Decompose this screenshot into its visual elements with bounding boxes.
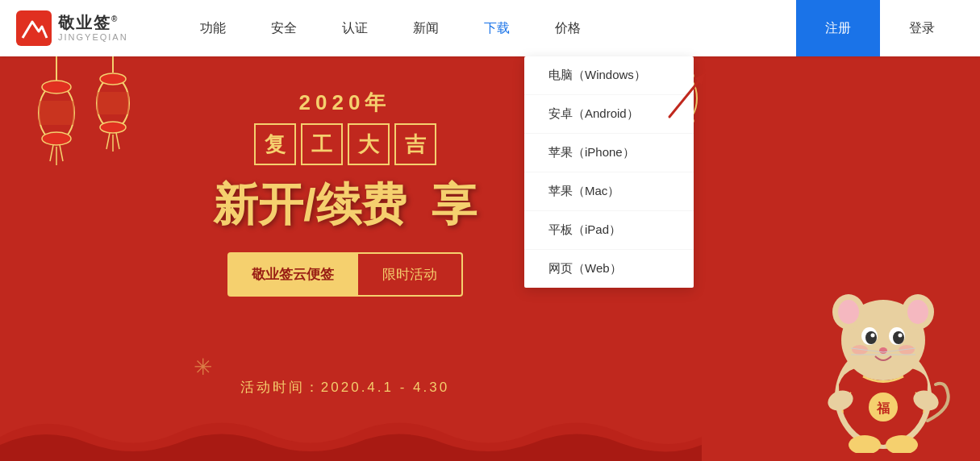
- main-nav: 功能 安全 认证 新闻 下载 价格: [177, 0, 796, 56]
- svg-point-36: [838, 300, 859, 324]
- dropdown-web[interactable]: 网页（Web）: [524, 250, 694, 288]
- header-right: 注册 登录: [796, 0, 964, 56]
- hero-secondary-btn[interactable]: 限时活动: [358, 252, 463, 297]
- nav-news[interactable]: 新闻: [390, 0, 461, 56]
- nav-download[interactable]: 下载: [461, 0, 532, 56]
- logo-icon: [16, 10, 52, 46]
- dropdown-mac[interactable]: 苹果（Mac）: [524, 172, 694, 211]
- svg-point-41: [865, 331, 877, 344]
- char-ji: 吉: [394, 123, 436, 165]
- waves: [0, 397, 702, 461]
- nav-security[interactable]: 安全: [248, 0, 319, 56]
- svg-point-47: [879, 347, 887, 354]
- char-da: 大: [348, 123, 390, 165]
- logo-text: 敬业签® JINGYEQIAN: [58, 13, 128, 43]
- svg-rect-0: [16, 10, 52, 46]
- dropdown-android[interactable]: 安卓（Android）: [524, 95, 694, 134]
- dropdown-windows[interactable]: 电脑（Windows）: [524, 56, 694, 95]
- char-gong: 工: [301, 123, 343, 165]
- svg-point-38: [907, 300, 928, 324]
- star-left: ✳: [194, 354, 212, 380]
- svg-point-14: [100, 73, 126, 85]
- hero-banner: 2020年 复 工 大 吉 新开/续费 享 敬业签云便签 限时活动 活动时间：2…: [0, 56, 980, 461]
- nav-feature[interactable]: 功能: [177, 0, 248, 56]
- download-dropdown: 电脑（Windows） 安卓（Android） 苹果（iPhone） 苹果（Ma…: [524, 56, 694, 288]
- logo-subtitle: JINGYEQIAN: [58, 32, 128, 43]
- dropdown-ipad[interactable]: 平板（iPad）: [524, 211, 694, 250]
- dropdown-iphone[interactable]: 苹果（iPhone）: [524, 134, 694, 172]
- register-button[interactable]: 注册: [796, 0, 880, 56]
- svg-text:福: 福: [876, 401, 890, 415]
- logo-name: 敬业签®: [58, 13, 128, 32]
- svg-point-42: [893, 331, 904, 344]
- nav-auth[interactable]: 认证: [319, 0, 390, 56]
- logo[interactable]: 敬业签® JINGYEQIAN: [16, 10, 129, 46]
- nav-price[interactable]: 价格: [532, 0, 603, 56]
- svg-point-43: [871, 334, 875, 338]
- header: 敬业签® JINGYEQIAN 功能 安全 认证 新闻 下载 价格 注册 登录: [0, 0, 980, 56]
- hero-primary-btn[interactable]: 敬业签云便签: [227, 252, 358, 297]
- svg-point-44: [899, 334, 903, 338]
- hero-activity: 活动时间：2020.4.1 - 4.30: [0, 378, 690, 397]
- char-fu: 复: [254, 123, 296, 165]
- mouse-character: 福: [807, 260, 956, 453]
- login-button[interactable]: 登录: [880, 0, 964, 56]
